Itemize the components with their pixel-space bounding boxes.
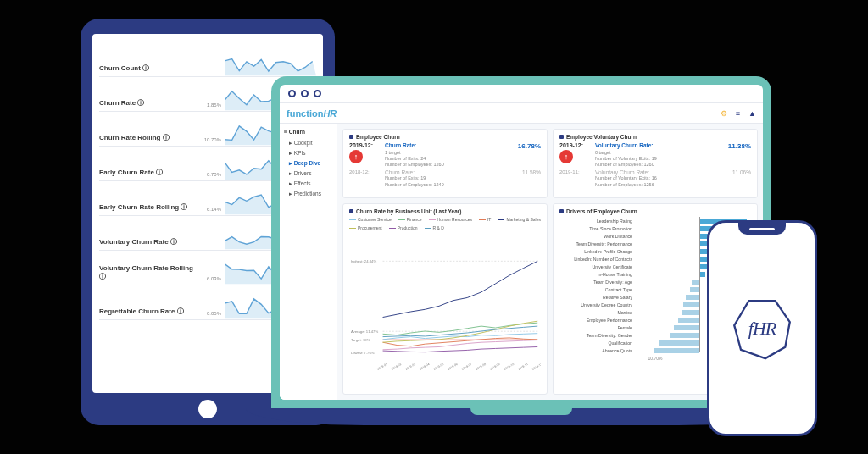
card-voluntary-churn: Employee Voluntary Churn 2019-12: ↑ Volu… bbox=[553, 129, 758, 198]
menu-icon[interactable]: ≡ bbox=[736, 109, 740, 118]
driver-label: University Certificate bbox=[559, 264, 636, 269]
card-title: Churn Rate by Business Unit (Last Year) bbox=[349, 208, 541, 214]
home-button[interactable] bbox=[198, 400, 217, 418]
brand-logo[interactable]: functionHR bbox=[287, 108, 337, 119]
metric-value: 6.03% bbox=[201, 276, 225, 285]
kpi-metric: Churn Rate: bbox=[385, 142, 416, 150]
legend-item[interactable]: Production bbox=[389, 225, 418, 230]
driver-bar bbox=[678, 318, 698, 323]
metric-value: 10.70% bbox=[201, 137, 225, 146]
arrow-up-icon: ↑ bbox=[559, 150, 573, 163]
sidebar-item[interactable]: ▸ Predictions bbox=[284, 189, 332, 199]
sidebar-item[interactable]: ▸ Deep Dive bbox=[284, 158, 332, 169]
driver-label: Absence Quota bbox=[559, 348, 636, 353]
laptop-screen: functionHR ⚙ ≡ ▲ ≡Churn ▸ Cockpit▸ KPIs▸… bbox=[280, 85, 763, 400]
header-icons: ⚙ ≡ ▲ bbox=[721, 109, 756, 118]
driver-bar bbox=[654, 348, 698, 353]
laptop-device: functionHR ⚙ ≡ ▲ ≡Churn ▸ Cockpit▸ KPIs▸… bbox=[271, 76, 771, 425]
metric-value: 0.70% bbox=[201, 172, 225, 180]
laptop-frame: functionHR ⚙ ≡ ▲ ≡Churn ▸ Cockpit▸ KPIs▸… bbox=[271, 76, 771, 408]
metric-label: Early Churn Rate ⓘ bbox=[99, 168, 201, 180]
metric-label: Voluntary Churn Rate Rolling ⓘ bbox=[99, 264, 201, 285]
svg-text:2019-03: 2019-03 bbox=[405, 363, 416, 371]
driver-bar bbox=[690, 287, 698, 292]
driver-label: In-House Training bbox=[559, 272, 636, 277]
zero-axis bbox=[699, 217, 700, 352]
driver-bar bbox=[683, 302, 699, 307]
card-title: Employee Churn bbox=[349, 134, 541, 140]
user-icon[interactable]: ▲ bbox=[748, 109, 756, 118]
kpi-metric: Voluntary Churn Rate: bbox=[595, 142, 654, 150]
driver-label: Married bbox=[559, 310, 636, 315]
brand-text-1: function bbox=[287, 108, 323, 119]
metric-label: Regrettable Churn Rate ⓘ bbox=[99, 307, 201, 319]
traffic-light-dot[interactable] bbox=[301, 90, 309, 97]
svg-text:2019-05: 2019-05 bbox=[433, 363, 444, 371]
phone-notch bbox=[738, 223, 786, 235]
app-body: ≡Churn ▸ Cockpit▸ KPIs▸ Deep Dive▸ Drive… bbox=[280, 124, 763, 400]
metric-label: Churn Rate Rolling ⓘ bbox=[99, 133, 201, 146]
svg-text:2019-06: 2019-06 bbox=[447, 363, 458, 371]
driver-bar bbox=[670, 333, 699, 338]
metric-value bbox=[201, 246, 225, 250]
driver-label: LinkedIn: Number of Contacts bbox=[559, 257, 636, 262]
legend-item[interactable]: Human Resources bbox=[429, 217, 472, 222]
kpi-prev-period: 2018-12: bbox=[349, 169, 380, 187]
sidebar-item[interactable]: ▸ KPIs bbox=[284, 148, 332, 158]
driver-label: LinkedIn: Profile Change bbox=[559, 249, 636, 254]
app-header: functionHR ⚙ ≡ ▲ bbox=[280, 103, 763, 124]
svg-text:2019-12: 2019-12 bbox=[531, 363, 541, 371]
legend-item[interactable]: Finance bbox=[398, 217, 422, 222]
traffic-light-dot[interactable] bbox=[314, 90, 321, 97]
sidebar-item[interactable]: ▸ Drivers bbox=[284, 169, 332, 179]
driver-label: Contract Type bbox=[559, 287, 636, 292]
legend-item[interactable]: Customer Service bbox=[349, 217, 392, 222]
legend-item[interactable]: Marketing & Sales bbox=[498, 217, 541, 222]
driver-bar bbox=[692, 280, 699, 285]
svg-text:2019-11: 2019-11 bbox=[517, 363, 528, 371]
browser-controls bbox=[280, 85, 763, 103]
traffic-light-dot[interactable] bbox=[288, 90, 296, 97]
driver-label: Qualification bbox=[559, 340, 636, 346]
logo-text: fHR bbox=[729, 296, 795, 362]
kpi-value: 16.78% bbox=[518, 142, 541, 150]
driver-label: Leadership Rating bbox=[559, 219, 636, 224]
phone-device: fHR bbox=[707, 220, 817, 436]
kpi-period: 2019-12: bbox=[349, 142, 373, 148]
laptop-notch bbox=[470, 408, 572, 415]
bulb-icon[interactable]: ⚙ bbox=[721, 109, 727, 118]
metric-label: Early Churn Rate Rolling ⓘ bbox=[99, 202, 201, 215]
metric-label: Churn Count ⓘ bbox=[99, 64, 201, 76]
driver-label: Work Distance bbox=[559, 234, 636, 239]
sidebar: ≡Churn ▸ Cockpit▸ KPIs▸ Deep Dive▸ Drive… bbox=[280, 124, 337, 400]
legend-item[interactable]: Procurement bbox=[349, 225, 382, 230]
card-title: Employee Voluntary Churn bbox=[559, 134, 751, 140]
svg-text:Target: 10%: Target: 10% bbox=[351, 338, 370, 342]
card-employee-churn: Employee Churn 2019-12: ↑ Churn Rate: 16… bbox=[342, 129, 548, 198]
svg-text:2019-01: 2019-01 bbox=[376, 363, 387, 371]
legend-item[interactable]: IT bbox=[479, 217, 491, 222]
metric-value: 1.85% bbox=[201, 102, 225, 111]
metric-value: 6.14% bbox=[201, 207, 225, 215]
phone-logo: fHR bbox=[729, 296, 795, 362]
driver-label: University Degree Country bbox=[559, 302, 636, 307]
metric-value bbox=[201, 73, 225, 76]
svg-text:2019-08: 2019-08 bbox=[476, 363, 487, 371]
metric-label: Voluntary Churn Rate ⓘ bbox=[99, 237, 201, 250]
sidebar-item[interactable]: ▸ Effects bbox=[284, 179, 332, 189]
legend-item[interactable]: R & D bbox=[425, 225, 444, 230]
svg-text:2019-10: 2019-10 bbox=[504, 363, 515, 371]
sidebar-item[interactable]: ▸ Cockpit bbox=[284, 138, 332, 148]
chart-legend: Customer ServiceFinanceHuman ResourcesIT… bbox=[349, 217, 541, 230]
driver-label: Team Diversity: Performance bbox=[559, 241, 636, 246]
arrow-up-icon: ↑ bbox=[349, 150, 363, 163]
driver-label: Time Since Promotion bbox=[559, 226, 636, 231]
driver-bar bbox=[686, 295, 699, 300]
metric-label: Churn Rate ⓘ bbox=[99, 98, 201, 111]
metric-row[interactable]: Churn Count ⓘ bbox=[99, 42, 316, 77]
line-chart-svg: highest: 24.04%Target: 10%Average: 11.47… bbox=[349, 232, 541, 390]
svg-text:2019-02: 2019-02 bbox=[391, 363, 402, 371]
kpi-period: 2019-12: bbox=[559, 142, 583, 148]
svg-text:2019-04: 2019-04 bbox=[419, 363, 430, 371]
driver-label: Team Diversity: Gender bbox=[559, 333, 636, 338]
